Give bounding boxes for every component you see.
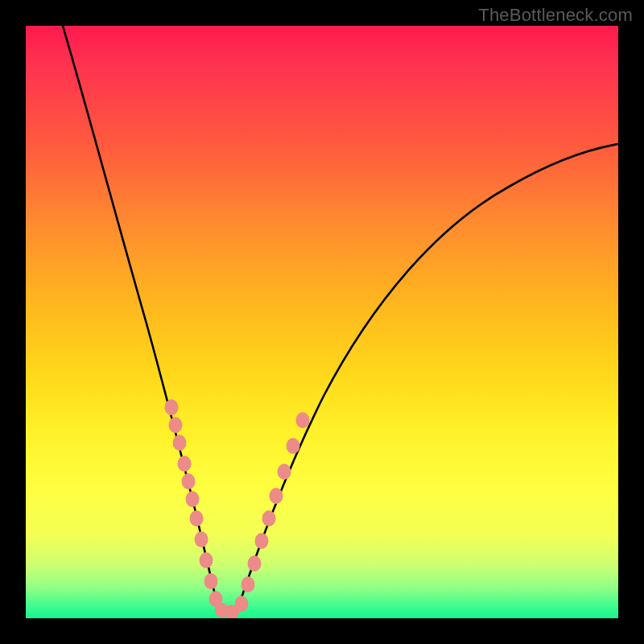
svg-point-13 <box>235 596 249 612</box>
svg-point-4 <box>182 473 196 489</box>
plot-area <box>26 26 618 618</box>
marker-cluster-right <box>235 412 310 612</box>
svg-point-14 <box>242 576 255 592</box>
svg-point-9 <box>204 573 218 589</box>
svg-point-21 <box>296 412 310 428</box>
watermark-text: TheBottleneck.com <box>478 5 633 26</box>
curve-right-branch <box>237 142 618 612</box>
svg-point-7 <box>195 531 208 547</box>
svg-point-2 <box>173 435 187 451</box>
svg-point-3 <box>178 456 192 472</box>
svg-point-1 <box>169 417 183 433</box>
svg-point-15 <box>248 555 262 572</box>
svg-point-18 <box>270 488 283 504</box>
svg-point-0 <box>165 399 179 415</box>
curve-layer <box>26 26 618 618</box>
svg-point-6 <box>190 510 204 526</box>
svg-point-8 <box>200 552 213 568</box>
marker-cluster-left <box>165 399 240 618</box>
svg-point-17 <box>262 510 276 526</box>
svg-point-16 <box>255 533 269 549</box>
chart-frame: TheBottleneck.com <box>0 0 644 644</box>
svg-point-5 <box>186 491 200 507</box>
svg-point-20 <box>287 438 300 454</box>
svg-point-19 <box>278 464 291 480</box>
